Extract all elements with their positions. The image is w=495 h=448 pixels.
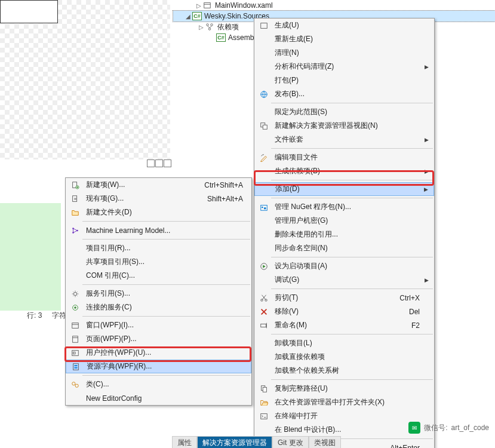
wechat-icon: ✉ (408, 422, 420, 434)
view-mode-3[interactable] (164, 159, 171, 167)
menu-item[interactable]: 加载整个依赖关系树 (254, 364, 434, 378)
publish-icon (258, 90, 270, 99)
status-bar: 行: 3 字符 (27, 311, 66, 321)
menu-item[interactable]: 复制完整路径(U) (254, 382, 434, 395)
resdict-icon (70, 363, 82, 371)
menu-item-label: 用户控件(WPF)(U)... (81, 348, 248, 358)
expander-icon[interactable]: ▷ (197, 24, 205, 30)
menu-item[interactable]: 打包(P) (254, 73, 434, 87)
menu-item-label: 移除(V) (270, 306, 409, 317)
menu-item[interactable]: 生成依赖项(B)▶ (254, 164, 434, 178)
menu-item[interactable]: 设为启动项目(A) (254, 259, 434, 273)
menu-item[interactable]: 加载直接依赖项 (254, 350, 434, 364)
menu-item[interactable]: COM 引用(C)... (66, 269, 251, 283)
menu-separator (271, 289, 433, 289)
svg-point-9 (262, 206, 263, 208)
menu-item[interactable]: 新建项(W)...Ctrl+Shift+A (66, 178, 251, 192)
menu-item-label: 生成依赖项(B) (270, 166, 425, 176)
panel-tab[interactable]: 类视图 (309, 436, 341, 448)
menu-item[interactable]: 连接的服务(C) (66, 300, 251, 314)
menu-item[interactable]: New EditorConfig (66, 391, 251, 405)
csharp-icon: C# (192, 12, 202, 20)
panel-tabs[interactable]: 属性解决方案资源管理器Git 更改类视图 (172, 436, 341, 448)
menu-item-label: 剪切(T) (270, 293, 399, 303)
page-icon (69, 335, 81, 343)
menu-item-label: Machine Learning Model... (81, 226, 248, 235)
menu-item-label: 发布(B)... (270, 89, 425, 99)
menu-item[interactable]: 文件嵌套▶ (254, 133, 434, 146)
menu-item[interactable]: 限定为此范围(S) (254, 105, 434, 119)
menu-item-label: 加载直接依赖项 (270, 352, 425, 362)
service-icon (69, 290, 81, 298)
menu-separator (271, 180, 433, 180)
submenu-arrow-icon: ▶ (424, 186, 430, 192)
menu-item-shortcut: Alt+Enter (390, 444, 425, 449)
panel-tab[interactable]: 解决方案资源管理器 (197, 436, 272, 448)
menu-item-label: COM 引用(C)... (81, 271, 248, 281)
menu-item[interactable]: 窗口(WPF)(I)... (66, 318, 251, 332)
menu-item[interactable]: 页面(WPF)(P)... (66, 332, 251, 346)
svg-rect-7 (263, 125, 267, 129)
menu-item[interactable]: 新建解决方案资源管理器视图(N) (254, 119, 434, 133)
panel-tab[interactable]: Git 更改 (272, 436, 309, 448)
menu-item-label: 加载整个依赖关系树 (270, 366, 425, 376)
xaml-icon (203, 1, 213, 10)
menu-item[interactable]: 调试(G)▶ (254, 273, 434, 287)
menu-item[interactable]: 在 Blend 中设计(B)... (254, 423, 434, 437)
menu-item[interactable]: 管理 NuGet 程序包(N)... (254, 200, 434, 214)
svg-rect-28 (73, 336, 78, 342)
menu-separator (271, 334, 433, 335)
panel-tab[interactable]: 属性 (172, 436, 197, 448)
project-context-menu[interactable]: 生成(U)重新生成(E)清理(N)分析和代码清理(Z)▶打包(P)发布(B)..… (254, 18, 435, 448)
window-icon (69, 321, 81, 330)
menu-item-label: 新建项(W)... (81, 180, 204, 190)
csharp-icon: C# (216, 33, 226, 42)
menu-item[interactable]: 项目引用(R)... (66, 241, 251, 255)
watermark-value: art_of_code (451, 424, 489, 432)
menu-item-label: 清理(N) (270, 48, 425, 58)
menu-item[interactable]: 新建文件夹(D) (66, 205, 251, 219)
menu-separator (82, 239, 250, 240)
menu-item[interactable]: 生成(U) (254, 19, 434, 32)
menu-item[interactable]: 同步命名空间(N) (254, 241, 434, 255)
view-mode-1[interactable] (147, 159, 155, 167)
menu-item[interactable]: 类(C)... (66, 378, 251, 391)
menu-item[interactable]: 分析和代码清理(Z)▶ (254, 60, 434, 73)
usercontrol-icon (69, 349, 81, 357)
menu-item-label: 编辑项目文件 (270, 152, 425, 162)
menu-item[interactable]: 移除(V)Del (254, 305, 434, 318)
status-char-label: 字符 (52, 311, 66, 320)
menu-item[interactable]: 清理(N) (254, 46, 434, 60)
view-mode-2[interactable] (155, 159, 163, 167)
menu-item-label: 删除未使用的引用... (270, 229, 425, 240)
menu-item[interactable]: 重新生成(E) (254, 32, 434, 46)
menu-item[interactable]: 资源字典(WPF)(R)... (66, 360, 251, 373)
design-canvas[interactable] (0, 0, 170, 159)
menu-item[interactable]: 现有项(G)...Shift+Alt+A (66, 192, 251, 205)
menu-item[interactable]: Machine Learning Model... (66, 223, 251, 237)
menu-item[interactable]: 管理用户机密(G) (254, 214, 434, 228)
menu-item[interactable]: 服务引用(S)... (66, 287, 251, 300)
svg-rect-17 (261, 413, 268, 419)
menu-item[interactable]: 共享项目引用(S)... (66, 255, 251, 269)
menu-item[interactable]: 添加(D)▶ (254, 182, 434, 196)
menu-item[interactable]: 发布(B)... (254, 87, 434, 101)
menu-item[interactable]: 重命名(M)F2 (254, 318, 434, 332)
menu-item[interactable]: 删除未使用的引用... (254, 228, 434, 241)
expander-icon[interactable]: ▷ (195, 2, 203, 9)
svg-rect-31 (73, 363, 79, 370)
menu-item[interactable]: 在文件资源管理器中打开文件夹(X) (254, 395, 434, 409)
menu-item[interactable]: 在终端中打开 (254, 409, 434, 423)
add-submenu[interactable]: 新建项(W)...Ctrl+Shift+A现有项(G)...Shift+Alt+… (65, 177, 252, 406)
tree-item[interactable]: ▷MainWindow.xaml (173, 0, 495, 11)
menu-separator (271, 198, 433, 198)
menu-item-label: New EditorConfig (81, 394, 248, 403)
menu-item[interactable]: 剪切(T)Ctrl+X (254, 291, 434, 305)
menu-item[interactable]: 编辑项目文件 (254, 151, 434, 164)
menu-separator (271, 148, 433, 149)
menu-item[interactable]: 卸载项目(L) (254, 336, 434, 350)
expander-icon[interactable]: ◢ (184, 13, 192, 20)
design-element[interactable] (0, 0, 58, 23)
watermark-prefix: 微信号: (424, 423, 447, 433)
menu-item[interactable]: 用户控件(WPF)(U)... (66, 346, 251, 360)
